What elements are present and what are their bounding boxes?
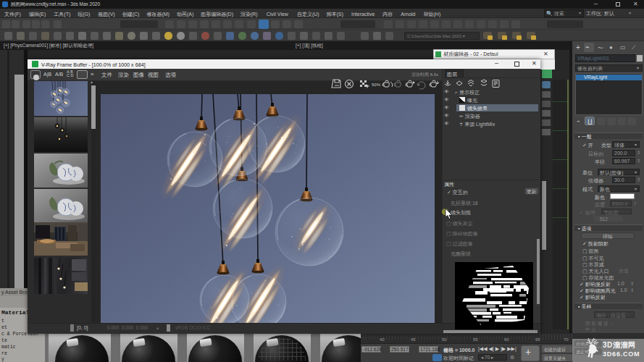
svg-text:50%: 50% bbox=[372, 83, 381, 87]
